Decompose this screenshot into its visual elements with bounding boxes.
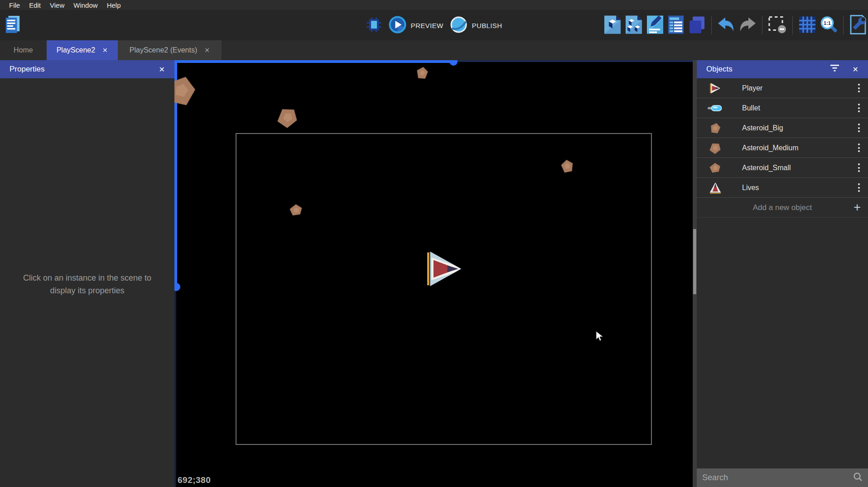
grid-button[interactable] xyxy=(798,15,816,35)
toolbar-divider xyxy=(792,16,793,35)
object-name: Bullet xyxy=(742,104,855,112)
toolbar-divider xyxy=(843,16,844,35)
tab-playscene2[interactable]: PlayScene2 ✕ xyxy=(47,40,118,60)
grid-icon xyxy=(798,15,816,35)
tab-label: PlayScene2 (Events) xyxy=(130,46,197,54)
tab-playscene2-events[interactable]: PlayScene2 (Events) ✕ xyxy=(118,40,222,60)
asteroid-medium-instance[interactable] xyxy=(272,101,304,133)
scene-canvas[interactable]: 692;380 xyxy=(174,60,697,487)
camera-guide-horizontal xyxy=(174,60,453,63)
menu-help[interactable]: Help xyxy=(102,1,125,9)
cursor-coordinates: 692;380 xyxy=(178,475,211,485)
settings-button[interactable] xyxy=(849,14,867,36)
gdevelop-window: File Edit View Window Help xyxy=(0,0,868,487)
debug-icon xyxy=(366,16,382,34)
search-input[interactable] xyxy=(702,473,853,482)
instances-list-button[interactable] xyxy=(667,14,685,36)
scene-vertical-scrollbar[interactable] xyxy=(693,60,697,487)
player-ship-instance[interactable] xyxy=(427,251,463,287)
project-manager-icon xyxy=(5,15,21,35)
toolbar-divider xyxy=(762,16,762,35)
object-row-player[interactable]: Player xyxy=(697,78,868,98)
object-row-lives[interactable]: Lives xyxy=(697,178,868,198)
tab-close-icon[interactable]: ✕ xyxy=(204,47,210,54)
tab-home[interactable]: Home xyxy=(0,40,47,60)
objects-panel: Objects ✕ xyxy=(697,60,868,487)
project-manager-button[interactable] xyxy=(5,15,21,35)
menu-view[interactable]: View xyxy=(45,1,69,9)
add-new-object-button[interactable]: Add a new object + xyxy=(697,198,868,218)
object-name: Asteroid_Medium xyxy=(742,144,855,152)
zoom-1-1-button[interactable]: 1:1 xyxy=(820,15,838,35)
preview-button[interactable]: PREVIEW xyxy=(389,15,444,35)
object-menu-icon[interactable] xyxy=(855,81,863,96)
lives-ship-icon xyxy=(708,182,723,194)
search-icon xyxy=(853,472,863,483)
toolbar-divider xyxy=(711,16,712,35)
close-icon[interactable]: ✕ xyxy=(853,65,858,74)
toolbar: PREVIEW PUBLISH xyxy=(0,10,868,40)
add-object-label: Add a new object xyxy=(697,203,868,212)
menu-window[interactable]: Window xyxy=(69,1,102,9)
object-groups-icon xyxy=(625,14,643,36)
zoom-1-1-icon: 1:1 xyxy=(820,15,838,35)
camera-guide-handle[interactable] xyxy=(449,60,458,66)
objects-panel-empty-area xyxy=(697,218,868,468)
publish-globe-icon xyxy=(449,15,468,35)
screen-border-instance[interactable] xyxy=(236,133,652,445)
object-name: Asteroid_Small xyxy=(742,164,855,172)
properties-empty-message: Click on an instance in the scene to dis… xyxy=(15,272,160,297)
object-search-bar xyxy=(697,468,868,487)
instances-list-icon xyxy=(667,14,685,36)
scene-properties-button[interactable] xyxy=(646,14,664,36)
debug-button[interactable] xyxy=(366,16,382,34)
filter-icon[interactable] xyxy=(830,65,839,74)
asteroid-small-instance[interactable] xyxy=(415,65,430,81)
layers-icon xyxy=(688,14,706,36)
object-menu-icon[interactable] xyxy=(855,100,863,116)
menu-edit[interactable]: Edit xyxy=(24,1,45,9)
object-menu-icon[interactable] xyxy=(855,180,863,196)
object-row-asteroid-small[interactable]: Asteroid_Small xyxy=(697,158,868,178)
tab-label: Home xyxy=(14,46,33,54)
player-ship-icon xyxy=(708,83,723,94)
asteroid-icon xyxy=(708,142,723,154)
asteroid-small-instance[interactable] xyxy=(559,158,575,174)
plus-icon: + xyxy=(854,201,861,214)
publish-label: PUBLISH xyxy=(472,21,502,29)
asteroid-big-instance[interactable] xyxy=(174,70,202,111)
scrollbar-thumb[interactable] xyxy=(693,229,696,294)
object-menu-icon[interactable] xyxy=(855,160,863,176)
asteroid-icon xyxy=(708,122,723,134)
object-row-asteroid-medium[interactable]: Asteroid_Medium xyxy=(697,138,868,158)
camera-guide-handle[interactable] xyxy=(174,283,180,291)
undo-icon xyxy=(717,16,735,34)
tab-close-icon[interactable]: ✕ xyxy=(102,47,108,54)
close-icon[interactable]: ✕ xyxy=(159,65,165,74)
settings-wrench-icon xyxy=(849,14,867,36)
objects-editor-button[interactable] xyxy=(603,14,622,36)
publish-button[interactable]: PUBLISH xyxy=(449,15,502,35)
tab-label: PlayScene2 xyxy=(57,46,95,54)
undo-button[interactable] xyxy=(717,16,735,34)
object-name: Lives xyxy=(742,184,855,192)
properties-panel-title: Properties xyxy=(10,65,44,74)
deselect-button[interactable] xyxy=(768,15,787,35)
tab-bar: Home PlayScene2 ✕ PlayScene2 (Events) ✕ xyxy=(0,40,868,60)
object-groups-button[interactable] xyxy=(625,14,643,36)
object-row-asteroid-big[interactable]: Asteroid_Big xyxy=(697,118,868,138)
properties-panel-header: Properties ✕ xyxy=(0,60,174,78)
redo-button[interactable] xyxy=(738,16,757,34)
object-menu-icon[interactable] xyxy=(855,140,863,156)
objects-panel-title: Objects xyxy=(706,65,733,74)
objects-panel-header: Objects ✕ xyxy=(697,60,868,78)
properties-panel-body: Click on an instance in the scene to dis… xyxy=(0,78,174,487)
bullet-icon xyxy=(708,105,723,112)
object-row-bullet[interactable]: Bullet xyxy=(697,98,868,118)
object-menu-icon[interactable] xyxy=(855,120,863,136)
menu-file[interactable]: File xyxy=(5,1,24,9)
layers-button[interactable] xyxy=(688,14,706,36)
svg-text:1:1: 1:1 xyxy=(824,20,831,26)
redo-icon xyxy=(738,16,757,34)
menu-bar: File Edit View Window Help xyxy=(0,0,868,10)
